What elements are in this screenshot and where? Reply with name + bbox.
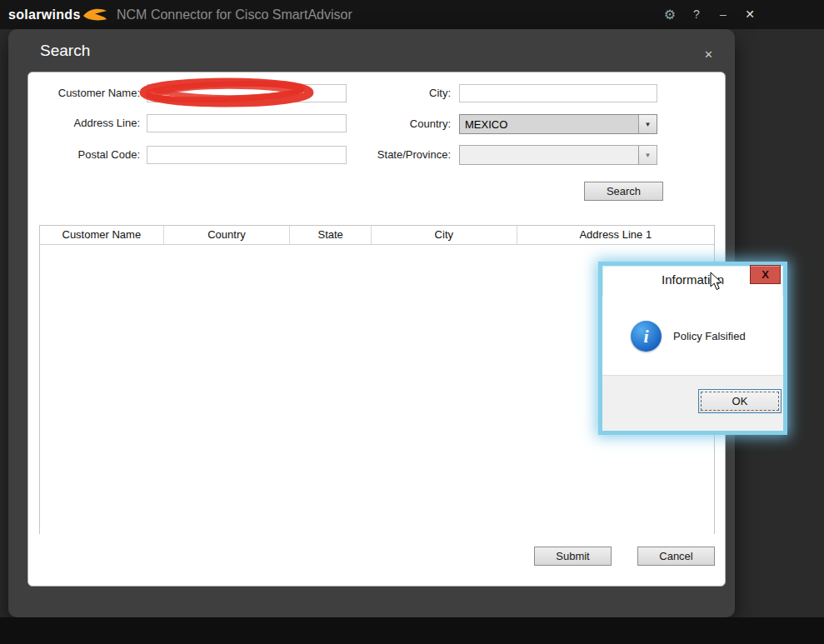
column-header-state[interactable]: State [290, 226, 372, 244]
info-icon: i [631, 321, 662, 352]
state-province-dropdown[interactable]: ▼ [459, 145, 657, 165]
solarwinds-logo: solarwinds [8, 7, 107, 23]
app-titlebar: solarwinds NCM Connector for Cisco Smart… [0, 0, 824, 29]
information-dialog-close-button[interactable]: X [750, 265, 781, 284]
information-dialog-body: i Policy Falsified [602, 296, 783, 383]
country-dropdown-value: MEXICO [460, 118, 638, 131]
solarwinds-logo-text: solarwinds [8, 7, 81, 22]
state-province-label: State/Province: [303, 146, 451, 164]
country-label: Country: [303, 115, 451, 133]
desktop: solarwinds NCM Connector for Cisco Smart… [0, 0, 824, 644]
postal-code-label: Postal Code: [28, 146, 140, 164]
window-controls: ⚙ ? – ✕ [662, 5, 757, 23]
search-window-close-icon[interactable]: ✕ [704, 48, 713, 61]
app-title: NCM Connector for Cisco SmartAdvisor [117, 7, 352, 22]
information-dialog-button-bar: OK [602, 375, 783, 431]
solarwinds-swoosh-icon [82, 7, 107, 23]
country-dropdown[interactable]: MEXICO ▼ [459, 114, 657, 134]
address-line-label: Address Line: [28, 114, 140, 132]
results-table-header: Customer Name Country State City Address… [40, 226, 714, 245]
city-label: City: [303, 84, 451, 102]
gear-icon[interactable]: ⚙ [662, 7, 677, 22]
help-icon[interactable]: ? [689, 7, 704, 21]
information-dialog-message: Policy Falsified [673, 330, 746, 342]
customer-name-label: Customer Name: [28, 84, 140, 102]
search-button[interactable]: Search [584, 182, 663, 201]
close-icon[interactable]: ✕ [742, 7, 757, 21]
submit-button[interactable]: Submit [534, 547, 612, 566]
city-input[interactable] [459, 84, 657, 102]
search-window-title: Search [40, 42, 90, 60]
cancel-button[interactable]: Cancel [637, 547, 715, 566]
column-header-customer-name[interactable]: Customer Name [40, 226, 164, 244]
state-province-dropdown-arrow-icon[interactable]: ▼ [638, 146, 657, 164]
column-header-country[interactable]: Country [164, 226, 291, 244]
country-dropdown-arrow-icon[interactable]: ▼ [638, 115, 657, 133]
column-header-address-line-1[interactable]: Address Line 1 [517, 226, 714, 244]
minimize-icon[interactable]: – [716, 7, 731, 21]
ok-button[interactable]: OK [698, 389, 782, 413]
information-dialog: Information X i Policy Falsified OK [598, 262, 787, 435]
bottom-strip [0, 617, 824, 644]
column-header-city[interactable]: City [372, 226, 517, 244]
